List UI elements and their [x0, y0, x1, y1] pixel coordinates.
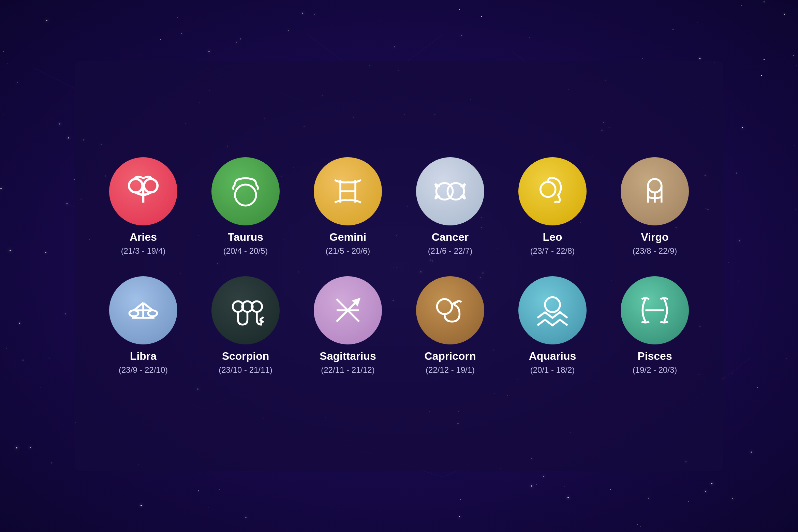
svg-point-53 [545, 297, 560, 312]
zodiac-icon-aquarius [534, 292, 571, 329]
zodiac-circle-sagittarius [314, 276, 382, 344]
zodiac-circle-cancer [416, 157, 484, 225]
svg-point-52 [437, 299, 452, 314]
zodiac-item-aquarius[interactable]: Aquarius(20/1 - 18/2) [515, 276, 590, 375]
svg-point-34 [541, 182, 556, 197]
zodiac-circle-aries [109, 157, 177, 225]
zodiac-icon-leo [534, 173, 571, 210]
svg-line-39 [143, 303, 153, 310]
zodiac-name-capricorn: Capricorn [424, 350, 476, 363]
zodiac-date-scorpio: (23/10 - 21/11) [219, 365, 272, 375]
zodiac-circle-pisces [621, 276, 689, 344]
svg-line-38 [134, 303, 144, 310]
main-card: Aries(21/3 - 19/4) Taurus(20/4 - 20/5) G… [75, 61, 723, 471]
zodiac-icon-capricorn [431, 292, 469, 329]
zodiac-name-aquarius: Aquarius [529, 350, 576, 363]
zodiac-circle-virgo [621, 157, 689, 225]
zodiac-date-libra: (23/9 - 22/10) [119, 365, 168, 375]
zodiac-name-gemini: Gemini [329, 231, 366, 243]
zodiac-date-virgo: (23/8 - 22/9) [633, 246, 677, 256]
svg-point-35 [648, 179, 662, 193]
zodiac-name-taurus: Taurus [228, 231, 263, 243]
svg-point-19 [144, 179, 158, 193]
zodiac-icon-gemini [329, 173, 367, 210]
zodiac-item-pisces[interactable]: Pisces(19/2 - 20/3) [617, 276, 692, 375]
zodiac-circle-taurus [211, 157, 280, 225]
zodiac-item-virgo[interactable]: Virgo(23/8 - 22/9) [617, 157, 692, 256]
zodiac-date-aquarius: (20/1 - 18/2) [530, 365, 575, 375]
zodiac-name-sagittarius: Sagittarius [320, 350, 376, 363]
svg-point-18 [129, 179, 143, 193]
zodiac-circle-aquarius [518, 276, 587, 344]
zodiac-item-libra[interactable]: Libra(23/9 - 22/10) [106, 276, 181, 375]
zodiac-date-cancer: (21/6 - 22/7) [428, 246, 473, 256]
svg-point-41 [129, 310, 138, 316]
zodiac-name-scorpio: Scorpion [222, 350, 269, 363]
zodiac-name-libra: Libra [130, 350, 157, 363]
zodiac-date-aries: (21/3 - 19/4) [121, 246, 166, 256]
zodiac-item-sagittarius[interactable]: Sagittarius(22/11 - 21/12) [310, 276, 385, 375]
zodiac-item-aries[interactable]: Aries(21/3 - 19/4) [106, 157, 181, 256]
zodiac-date-sagittarius: (22/11 - 21/12) [321, 365, 374, 375]
zodiac-item-capricorn[interactable]: Capricorn(22/12 - 19/1) [413, 276, 488, 375]
first-row: Aries(21/3 - 19/4) Taurus(20/4 - 20/5) G… [106, 157, 692, 256]
second-row: Libra(23/9 - 22/10) Scorpion(23/10 - 21/… [106, 276, 692, 375]
zodiac-date-taurus: (20/4 - 20/5) [223, 246, 268, 256]
svg-point-42 [148, 310, 157, 316]
zodiac-circle-libra [109, 276, 177, 344]
zodiac-circle-capricorn [416, 276, 484, 344]
zodiac-name-aries: Aries [130, 231, 157, 243]
zodiac-item-cancer[interactable]: Cancer(21/6 - 22/7) [413, 157, 488, 256]
zodiac-name-leo: Leo [543, 231, 562, 243]
zodiac-icon-sagittarius [329, 292, 367, 329]
zodiac-icon-virgo [636, 173, 674, 210]
svg-point-20 [235, 184, 256, 206]
zodiac-icon-scorpio [227, 292, 264, 329]
zodiac-circle-leo [518, 157, 587, 225]
zodiac-icon-pisces [636, 292, 674, 329]
zodiac-name-virgo: Virgo [641, 231, 668, 243]
zodiac-circle-gemini [314, 157, 382, 225]
zodiac-date-pisces: (19/2 - 20/3) [633, 365, 677, 375]
zodiac-date-capricorn: (22/12 - 19/1) [426, 365, 475, 375]
zodiac-name-pisces: Pisces [637, 350, 672, 363]
zodiac-icon-aries [124, 173, 162, 210]
zodiac-name-cancer: Cancer [432, 231, 469, 243]
zodiac-date-gemini: (21/5 - 20/6) [326, 246, 370, 256]
zodiac-item-taurus[interactable]: Taurus(20/4 - 20/5) [208, 157, 283, 256]
zodiac-icon-libra [124, 292, 162, 329]
zodiac-icon-taurus [227, 173, 264, 210]
zodiac-circle-scorpio [211, 276, 280, 344]
zodiac-item-gemini[interactable]: Gemini(21/5 - 20/6) [310, 157, 385, 256]
zodiac-icon-cancer [431, 173, 469, 210]
zodiac-date-leo: (23/7 - 22/8) [530, 246, 575, 256]
zodiac-item-leo[interactable]: Leo(23/7 - 22/8) [515, 157, 590, 256]
zodiac-item-scorpio[interactable]: Scorpion(23/10 - 21/11) [208, 276, 283, 375]
